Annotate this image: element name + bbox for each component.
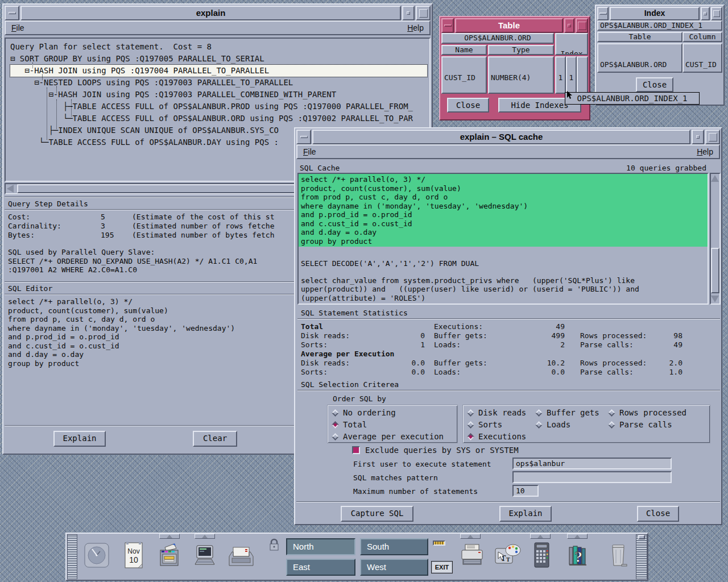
sql-line: upper(product)) and ((upper(user) like u…: [301, 285, 708, 294]
subpanel-tab[interactable]: [159, 534, 180, 539]
style-manager-icon[interactable]: TT: [494, 543, 519, 568]
stat-value: 2.0: [669, 359, 682, 368]
plan-node[interactable]: ⊟ SORT GROUP BY using PQS :Q197005 PARAL…: [10, 53, 427, 65]
subpanel-tab[interactable]: [530, 534, 551, 539]
window-menu-button[interactable]: [597, 7, 609, 20]
sql-cache-selected-entry[interactable]: select /*+ parallel(o, 3) */ product, co…: [299, 174, 708, 247]
terminal-icon[interactable]: [192, 543, 217, 568]
window-menu-button[interactable]: [5, 6, 19, 20]
mail-icon[interactable]: [226, 543, 251, 568]
panel-right-handle[interactable]: [636, 534, 647, 579]
workspace-east[interactable]: East: [286, 559, 355, 576]
maximize-button[interactable]: [711, 7, 722, 20]
clock-icon[interactable]: [84, 543, 109, 568]
radio-loads[interactable]: Loads: [536, 420, 570, 429]
radio-rows-processed[interactable]: Rows processed: [609, 408, 686, 417]
radio-buffer-gets[interactable]: Buffer gets: [536, 408, 599, 417]
sql-line: where dayname in ('monday', 'tuesday', '…: [301, 202, 708, 211]
close-button[interactable]: Close: [447, 98, 489, 113]
first-user-input[interactable]: [512, 458, 672, 469]
lock-icon[interactable]: [268, 538, 280, 554]
printer-icon[interactable]: [458, 543, 483, 568]
stats-row: Parse calls:1.0: [580, 368, 682, 377]
stats-row: Loads:0.0: [434, 368, 565, 377]
plan-node[interactable]: ⊟-NESTED LOOPS using PQS :Q197003 PARALL…: [10, 77, 427, 89]
maximize-button[interactable]: [705, 130, 720, 144]
sql-statement-statistics: SQL Statement Statistics Total Execution…: [297, 308, 720, 379]
explain-titlebar[interactable]: explain: [5, 6, 431, 20]
radio-sorts[interactable]: Sorts: [468, 420, 502, 429]
minimize-button[interactable]: [701, 7, 710, 20]
stats-row: Buffer gets:10.2: [434, 359, 565, 368]
subpanel-tab[interactable]: [460, 534, 481, 539]
table-titlebar[interactable]: Table: [441, 18, 588, 33]
menu-file[interactable]: File: [11, 23, 24, 32]
clear-button[interactable]: Clear: [193, 431, 237, 447]
radio-disk-reads[interactable]: Disk reads: [468, 408, 526, 417]
scroll-down-arrow-icon[interactable]: [711, 296, 719, 302]
calendar-icon[interactable]: Nov10: [121, 541, 146, 569]
window-menu-button[interactable]: [441, 18, 454, 33]
sql-pattern-input[interactable]: [512, 471, 672, 483]
plan-node[interactable]: ⊟-HASH JOIN using PQS :Q197003 PARALLEL_…: [10, 89, 427, 101]
close-button[interactable]: Close: [636, 77, 673, 92]
minimize-button[interactable]: [402, 6, 415, 20]
explain-button[interactable]: Explain: [53, 431, 106, 447]
stat-label: Disk reads:: [301, 331, 350, 340]
index-titlebar[interactable]: Index: [597, 7, 722, 20]
sql-cache-entry[interactable]: select char_value from system.product_pr…: [299, 276, 708, 303]
qsd-desc: (Estimate of the cost of this st: [132, 213, 274, 222]
sql-line: and c.cust_id = o.cust_id: [301, 219, 708, 228]
stat-value: 0.0: [552, 368, 565, 377]
explain-button[interactable]: Explain: [499, 506, 552, 522]
exclude-sys-checkbox[interactable]: Exclude queries by SYS or SYSTEM: [352, 446, 519, 455]
workspace-north[interactable]: North: [286, 538, 355, 555]
maximize-button[interactable]: [576, 18, 588, 33]
radio-executions[interactable]: Executions: [468, 432, 526, 441]
workspace-west[interactable]: West: [360, 559, 428, 576]
plan-node[interactable]: └─TABLE ACCESS FULL of OPS$ALANBUR.ORD u…: [10, 113, 427, 124]
maximize-button[interactable]: [416, 6, 431, 20]
plan-node-selected[interactable]: ⊟-HASH JOIN using PQS :Q197004 PARALLEL_…: [10, 65, 427, 77]
window-menu-button[interactable]: [296, 130, 311, 144]
minimize-button[interactable]: [564, 18, 574, 33]
menu-file[interactable]: File: [303, 147, 316, 156]
max-statements-input[interactable]: [512, 485, 539, 497]
help-icon[interactable]: ?: [566, 543, 591, 568]
panel-left-handle[interactable]: [67, 534, 77, 579]
table-name-header: OPS$ALANBUR.ORD: [441, 33, 554, 44]
sql-cache-list[interactable]: select /*+ parallel(o, 3) */ product, co…: [297, 173, 709, 305]
stat-value: 0: [420, 331, 425, 340]
radio-parse-calls[interactable]: Parse calls: [609, 420, 672, 429]
plan-node[interactable]: ├─TABLE ACCESS FULL of OPS$ALANBUR.PROD …: [10, 101, 427, 113]
close-button[interactable]: Close: [637, 506, 679, 522]
sql-cache-entry[interactable]: SELECT DECODE('A','A','1','2') FROM DUAL: [299, 259, 708, 268]
workspace-south[interactable]: South: [360, 538, 428, 555]
explain-title: explain: [20, 6, 401, 20]
minimize-button[interactable]: [692, 130, 704, 144]
cache-vscrollbar[interactable]: [710, 173, 721, 305]
trash-icon[interactable]: [606, 543, 631, 568]
menu-help[interactable]: Help: [697, 147, 713, 156]
scroll-up-arrow-icon[interactable]: [711, 175, 719, 182]
sql-cache-titlebar[interactable]: explain – SQL cache: [296, 130, 720, 144]
radio-average-per-execution[interactable]: Average per execution: [333, 432, 444, 441]
exit-button[interactable]: EXIT: [431, 561, 453, 573]
scroll-left-arrow-icon[interactable]: [7, 185, 14, 193]
subpanel-tab[interactable]: [567, 534, 588, 539]
radio-icon-selected: [332, 421, 339, 429]
index-name-header: OPS$ALANBUR.ORD_INDEX_1: [597, 20, 722, 31]
cache-vscroll-thumb[interactable]: [711, 248, 719, 293]
radio-no-ordering[interactable]: No ordering: [333, 408, 396, 417]
minimize-icon: [696, 135, 700, 139]
capture-sql-button[interactable]: Capture SQL: [341, 506, 413, 522]
panel-minimize-button[interactable]: [638, 535, 645, 539]
qsd-value: 195: [101, 231, 132, 240]
subpanel-tab[interactable]: [195, 534, 215, 539]
tree-connector: [56, 99, 57, 129]
menu-help[interactable]: Help: [407, 23, 424, 32]
sql-editor-text[interactable]: select /*+ parallel(o, 3) */ product, co…: [8, 297, 235, 368]
file-manager-icon[interactable]: [157, 543, 182, 568]
radio-total[interactable]: Total: [333, 420, 367, 429]
calculator-icon[interactable]: [529, 542, 554, 569]
